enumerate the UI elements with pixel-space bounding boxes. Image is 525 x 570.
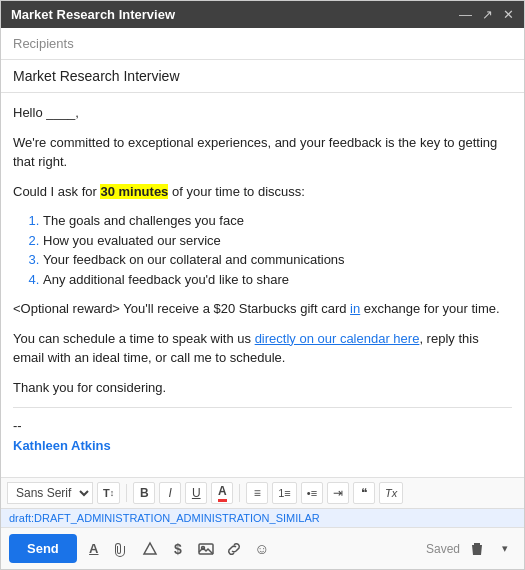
bold-button[interactable]: B [133,482,155,504]
list-item: The goals and challenges you face [43,211,512,231]
unordered-list-button[interactable]: •≡ [301,482,323,504]
subject-text: Market Research Interview [13,68,180,84]
link-bar-text: draft:DRAFT_ADMINISTRATION_ADMINISTRATIO… [9,512,320,524]
clear-format-button[interactable]: Tx [379,482,403,504]
font-size-icon: T [103,487,110,499]
signature: -- Kathleen Atkins [13,407,512,455]
minimize-button[interactable]: — [459,7,472,22]
signature-dash: -- [13,416,512,436]
font-selector[interactable]: Sans Serif [7,482,93,504]
greeting: Hello ____, [13,103,512,123]
underline-bottom-icon[interactable]: A [83,538,105,560]
window-title: Market Research Interview [11,7,175,22]
italic-button[interactable]: I [159,482,181,504]
recipients-bar[interactable]: Recipients [1,28,524,60]
title-bar: Market Research Interview — ↗ ✕ [1,1,524,28]
indent-button[interactable]: ⇥ [327,482,349,504]
para2-highlight: 30 minutes [100,184,168,199]
para2-start: Could I ask for [13,184,100,199]
dollar-icon[interactable]: $ [167,538,189,560]
list-item: How you evaluated our service [43,231,512,251]
para3-link[interactable]: in [350,301,360,316]
ordered-list-button[interactable]: 1≡ [272,482,297,504]
close-button[interactable]: ✕ [503,7,514,22]
delete-icon[interactable] [466,538,488,560]
saved-text: Saved [426,542,460,556]
formatting-toolbar: Sans Serif T↕ B I U A ≡ 1≡ •≡ ⇥ ❝ Tx [1,477,524,508]
font-size-button[interactable]: T↕ [97,482,120,504]
para2-end: of your time to discuss: [168,184,305,199]
discussion-list: The goals and challenges you face How yo… [43,211,512,289]
para3-start: <Optional reward> You'll receive a $20 S… [13,301,350,316]
svg-marker-0 [144,543,156,554]
para5: Thank you for considering. [13,378,512,398]
compose-window: Market Research Interview — ↗ ✕ Recipien… [0,0,525,570]
clear-format-icon: Tx [385,487,397,499]
indent-icon: ⇥ [333,486,343,500]
attach-icon[interactable] [111,538,133,560]
signature-name: Kathleen Atkins [13,436,512,456]
bottom-bar: Send A $ ☺ Saved [1,527,524,569]
emoji-icon[interactable]: ☺ [251,538,273,560]
underline-button[interactable]: U [185,482,207,504]
quote-icon: ❝ [361,486,367,500]
ordered-list-icon: 1≡ [278,487,291,499]
align-icon: ≡ [254,486,261,500]
align-button[interactable]: ≡ [246,482,268,504]
font-color-button[interactable]: A [211,482,233,504]
para2: Could I ask for 30 minutes of your time … [13,182,512,202]
drive-icon[interactable] [139,538,161,560]
para3-end: exchange for your time. [360,301,499,316]
maximize-button[interactable]: ↗ [482,7,493,22]
subject-bar[interactable]: Market Research Interview [1,60,524,93]
link-icon[interactable] [223,538,245,560]
unordered-list-icon: •≡ [307,487,317,499]
list-item: Any additional feedback you'd like to sh… [43,270,512,290]
email-body[interactable]: Hello ____, We're committed to exception… [1,93,524,477]
send-button[interactable]: Send [9,534,77,563]
quote-button[interactable]: ❝ [353,482,375,504]
para4-start: You can schedule a time to speak with us [13,331,255,346]
image-icon[interactable] [195,538,217,560]
recipients-label: Recipients [13,36,74,51]
font-color-icon: A [218,484,227,502]
calendar-link[interactable]: directly on our calendar here [255,331,420,346]
list-item: Your feedback on our collateral and comm… [43,250,512,270]
para1: We're committed to exceptional experienc… [13,133,512,172]
window-controls: — ↗ ✕ [459,7,514,22]
link-bar: draft:DRAFT_ADMINISTRATION_ADMINISTRATIO… [1,508,524,527]
toolbar-divider [126,484,127,502]
para4: You can schedule a time to speak with us… [13,329,512,368]
toolbar-divider [239,484,240,502]
more-options-icon[interactable]: ▾ [494,538,516,560]
para3: <Optional reward> You'll receive a $20 S… [13,299,512,319]
